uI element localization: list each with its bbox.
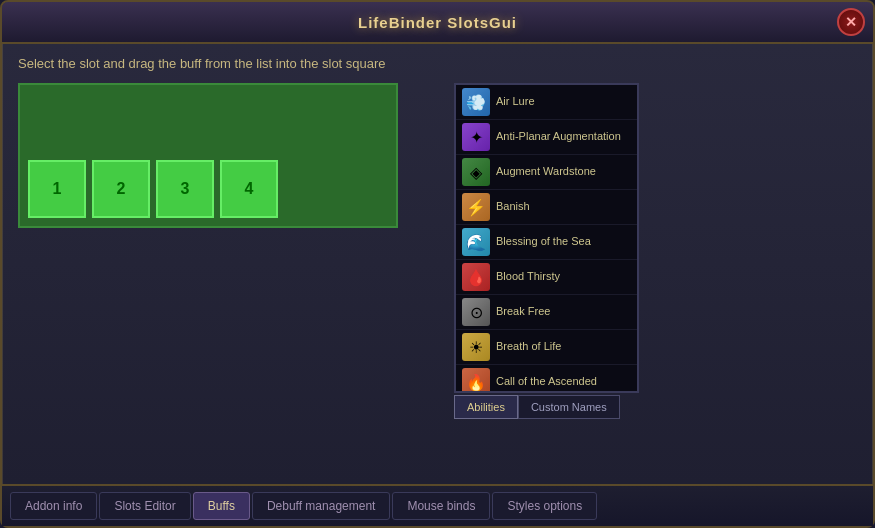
bottom-tab-3[interactable]: Debuff management [252, 492, 391, 520]
main-layout: 1 2 3 4 💨Air Lure✦Anti-Planar Augmentati… [18, 83, 857, 463]
buff-icon: ☀ [462, 333, 490, 361]
slot-container: 1 2 3 4 [18, 83, 398, 228]
title-bar: LifeBinder SlotsGui ✕ [2, 2, 873, 44]
instruction-text: Select the slot and drag the buff from t… [18, 56, 857, 71]
slot-area: 1 2 3 4 [18, 83, 438, 463]
buff-tab-1[interactable]: Custom Names [518, 395, 620, 419]
main-window: LifeBinder SlotsGui ✕ Select the slot an… [0, 0, 875, 528]
buff-name: Air Lure [496, 95, 535, 108]
buff-icon: ⊙ [462, 298, 490, 326]
slot-4[interactable]: 4 [220, 160, 278, 218]
buff-item[interactable]: 🩸Blood Thirsty [456, 260, 637, 295]
buff-item[interactable]: 🔥Call of the Ascended [456, 365, 637, 391]
buff-name: Blessing of the Sea [496, 235, 591, 248]
slot-1[interactable]: 1 [28, 160, 86, 218]
buff-tab-0[interactable]: Abilities [454, 395, 518, 419]
buff-item[interactable]: ✦Anti-Planar Augmentation [456, 120, 637, 155]
buff-icon: 🌊 [462, 228, 490, 256]
buff-item[interactable]: 💨Air Lure [456, 85, 637, 120]
buff-icon: 🩸 [462, 263, 490, 291]
buff-icon: ◈ [462, 158, 490, 186]
bottom-tab-0[interactable]: Addon info [10, 492, 97, 520]
buff-name: Call of the Ascended [496, 375, 597, 388]
bottom-tab-1[interactable]: Slots Editor [99, 492, 190, 520]
slot-row: 1 2 3 4 [28, 160, 278, 218]
buff-item[interactable]: ⚡Banish [456, 190, 637, 225]
bottom-tab-5[interactable]: Styles options [492, 492, 597, 520]
buff-icon: 💨 [462, 88, 490, 116]
buff-name: Anti-Planar Augmentation [496, 130, 621, 143]
slot-3[interactable]: 3 [156, 160, 214, 218]
buff-icon: ⚡ [462, 193, 490, 221]
buff-item[interactable]: ⊙Break Free [456, 295, 637, 330]
window-title: LifeBinder SlotsGui [358, 14, 517, 31]
buff-icon: ✦ [462, 123, 490, 151]
bottom-tab-2[interactable]: Buffs [193, 492, 250, 520]
bottom-tabs: Addon infoSlots EditorBuffsDebuff manage… [2, 484, 873, 526]
buff-list-container: 💨Air Lure✦Anti-Planar Augmentation◈Augme… [454, 83, 639, 393]
slot-2[interactable]: 2 [92, 160, 150, 218]
bottom-tab-4[interactable]: Mouse binds [392, 492, 490, 520]
buff-name: Blood Thirsty [496, 270, 560, 283]
buff-list[interactable]: 💨Air Lure✦Anti-Planar Augmentation◈Augme… [456, 85, 637, 391]
buff-name: Banish [496, 200, 530, 213]
buff-panel: 💨Air Lure✦Anti-Planar Augmentation◈Augme… [454, 83, 639, 463]
buff-name: Break Free [496, 305, 550, 318]
content-area: Select the slot and drag the buff from t… [2, 44, 873, 484]
buff-icon: 🔥 [462, 368, 490, 391]
buff-item[interactable]: 🌊Blessing of the Sea [456, 225, 637, 260]
buff-name: Augment Wardstone [496, 165, 596, 178]
buff-item[interactable]: ☀Breath of Life [456, 330, 637, 365]
close-button[interactable]: ✕ [837, 8, 865, 36]
buff-tabs: AbilitiesCustom Names [454, 395, 639, 419]
buff-name: Breath of Life [496, 340, 561, 353]
buff-item[interactable]: ◈Augment Wardstone [456, 155, 637, 190]
